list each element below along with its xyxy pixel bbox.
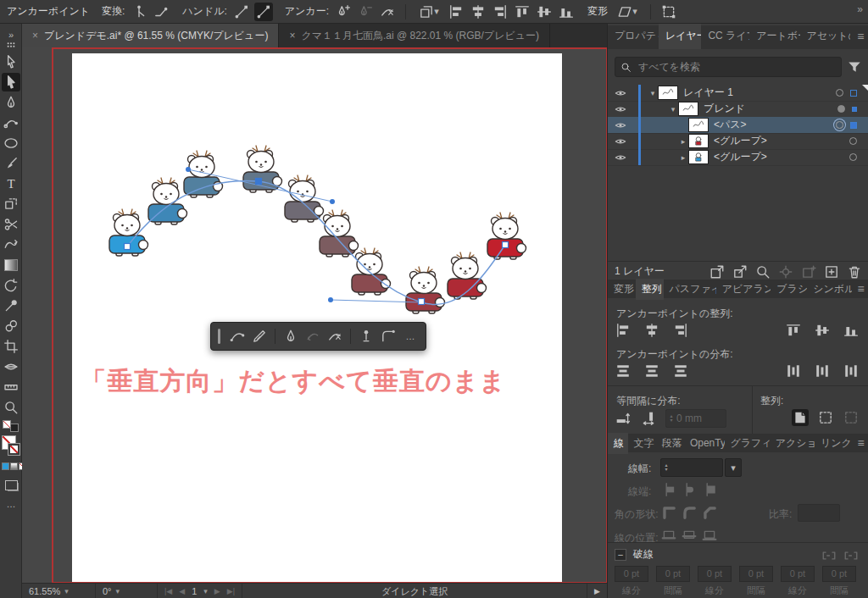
chevron-down-icon[interactable]: ▾ [668,105,678,114]
distribute-bottom-button[interactable] [672,363,689,379]
layer-row-layer1[interactable]: ▾ レイヤー 1 [608,85,868,102]
delete-layer-icon[interactable] [847,264,862,280]
anchor-point[interactable] [256,179,262,185]
blend-bear[interactable] [352,248,391,295]
first-artboard-button[interactable]: |◀ [164,587,172,595]
search-box[interactable] [615,57,842,77]
dash-field-4[interactable]: 0 pt間隔 [739,566,773,597]
layer-row-blend[interactable]: ▾ ブレンド [608,101,868,118]
target-circle[interactable] [836,121,843,129]
corner-miter-button[interactable] [660,504,677,521]
type-tool[interactable]: T [2,174,20,193]
convert-to-corner-button[interactable] [130,3,148,21]
tab-paragraph[interactable]: 段落 [656,433,684,454]
anchor-align-vcenter-button[interactable] [814,322,831,339]
shaper-tool[interactable] [2,235,20,254]
canvas-viewport[interactable]: 「垂直方向」だとすべて垂直のまま … [22,47,607,583]
distribute-left-button[interactable] [785,363,802,379]
close-icon[interactable]: × [32,30,38,42]
distribute-top-button[interactable] [615,363,632,379]
taskbar-grip[interactable] [218,329,220,344]
anchor-align-right-button[interactable] [672,322,689,339]
artboard-number[interactable]: 1 [192,586,197,596]
step-down-icon[interactable]: ▾ [670,418,672,423]
cut-path-button[interactable] [378,3,397,21]
dock-collapse-button[interactable]: » [857,3,863,15]
draw-curve-button[interactable] [229,328,246,345]
next-artboard-button[interactable]: ▶ [214,587,220,595]
scissors-tool[interactable] [2,215,20,234]
align-menu-button[interactable]: ≡ [852,279,868,299]
remove-anchor-button[interactable] [356,3,375,21]
step-down-icon[interactable]: ▾ [665,468,667,472]
anchor-point-button[interactable] [358,328,375,345]
align-bottom-button[interactable] [557,3,576,21]
bounding-box-button[interactable] [659,3,678,21]
curvature-tool[interactable] [2,114,20,132]
handle-dot[interactable] [186,167,191,172]
tab-appearance[interactable]: アビアラン. [716,279,771,300]
spacing-vertical-button[interactable] [615,410,632,427]
tab-links[interactable]: リンク [815,433,851,454]
layer-thumbnail[interactable] [688,150,709,164]
tab-artboards[interactable]: アートボー [749,24,799,49]
paintbrush-tool[interactable] [2,154,20,173]
blend-bear[interactable] [320,210,359,257]
visibility-icon[interactable] [615,87,626,99]
align-center-button[interactable] [469,3,487,21]
align-to-key-object-button[interactable] [843,409,860,426]
tab-symbols[interactable]: シンボル [807,279,851,300]
last-artboard-button[interactable]: ▶| [227,587,235,595]
layer-thumbnail[interactable] [688,118,709,132]
new-sublayer-icon[interactable] [801,264,816,280]
pen-tool[interactable] [2,93,20,112]
direct-selection-tool[interactable] [2,73,20,91]
toolbar-more-button[interactable]: … [2,495,20,513]
dash-field-2[interactable]: 0 pt間隔 [656,566,690,597]
layer-name[interactable]: レイヤー 1 [683,86,733,100]
shear-button[interactable]: ▾ [613,3,642,21]
color-button[interactable] [2,462,9,470]
convert-to-smooth-button[interactable] [152,3,170,21]
align-left-button[interactable] [447,3,465,21]
selection-square[interactable] [850,122,857,129]
corner-bevel-button[interactable] [701,504,718,521]
visibility-icon[interactable] [615,103,626,115]
tab-layers[interactable]: レイヤー [659,24,702,49]
rotation-select[interactable]: 0°▾ [96,584,158,598]
stroke-none-swatch[interactable] [8,443,20,456]
cap-round-button[interactable] [681,481,698,498]
dash-field-3[interactable]: 0 pt線分 [698,566,732,597]
tab-actions[interactable]: アクショ [770,433,815,454]
close-icon[interactable]: × [289,30,295,42]
blend-bear[interactable] [406,267,445,313]
hide-handles-button[interactable] [232,3,251,21]
target-circle[interactable] [836,89,843,97]
layer-thumbnail[interactable] [688,134,709,148]
tab-align[interactable]: 整列 [636,279,664,300]
anchor-align-bottom-button[interactable] [843,322,860,339]
cap-projecting-button[interactable] [701,481,718,498]
layer-thumbnail[interactable] [678,102,698,116]
search-input[interactable] [637,60,836,74]
cut-curve-button[interactable] [326,328,343,345]
tab-graphic-styles[interactable]: グラフィ [725,433,770,454]
handle-dot[interactable] [328,297,333,302]
new-layer-icon[interactable] [824,264,839,280]
spacing-horizontal-button[interactable] [640,410,657,427]
blend-bear[interactable] [184,151,223,197]
pen-button[interactable] [282,328,299,345]
arrange-document-button[interactable]: ▾ [415,3,443,21]
redraw-path-button[interactable] [251,328,268,345]
layers-menu-button[interactable]: ≡ [850,25,868,49]
gradient-button[interactable] [10,462,18,470]
tab-opentype[interactable]: OpenTy [684,434,725,452]
caret-icon[interactable]: ▾ [203,587,208,595]
status-play-button[interactable]: ▶ [587,584,607,598]
stroke-width-field[interactable]: ▴▾ [660,458,723,477]
corner-button[interactable] [380,328,397,345]
layer-name[interactable]: ブレンド [704,102,745,116]
layer-name[interactable]: <パス> [714,118,747,132]
blend-bear[interactable] [487,213,526,259]
width-tool[interactable] [2,357,20,376]
